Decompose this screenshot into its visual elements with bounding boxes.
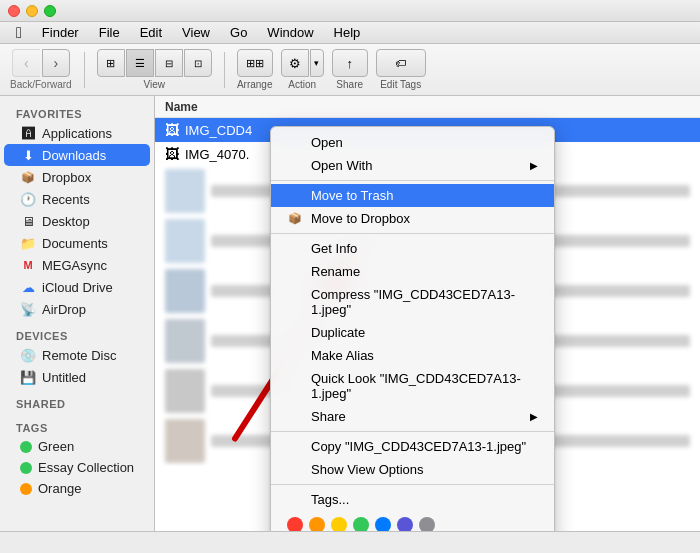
menu-go[interactable]: Go	[222, 23, 255, 42]
ctx-dropbox-icon: 📦	[287, 212, 303, 225]
shared-header: Shared	[0, 394, 154, 412]
menu-window[interactable]: Window	[259, 23, 321, 42]
view-list-btn[interactable]: ☰	[126, 49, 154, 77]
sidebar-item-applications[interactable]: 🅰 Applications	[4, 122, 150, 144]
ctx-color-tags-row	[271, 511, 554, 531]
ctx-sep-4	[271, 484, 554, 485]
sidebar-item-mega[interactable]: M MEGAsync	[4, 254, 150, 276]
ctx-copy-label: Copy "IMG_CDD43CED7A13-1.jpeg"	[311, 439, 526, 454]
sidebar-item-label: Recents	[42, 192, 90, 207]
action-group[interactable]: ⚙ ▾ Action	[281, 49, 324, 90]
sidebar-item-label: Remote Disc	[42, 348, 116, 363]
minimize-button[interactable]	[26, 5, 38, 17]
arrange-group[interactable]: ⊞⊞ Arrange	[237, 49, 273, 90]
action-btn[interactable]: ⚙	[281, 49, 309, 77]
ctx-open-with[interactable]: Open With ▶	[271, 154, 554, 177]
sidebar-item-tag-orange[interactable]: Orange	[4, 478, 150, 499]
sidebar-item-label: Essay Collection	[38, 460, 134, 475]
maximize-button[interactable]	[44, 5, 56, 17]
ctx-quicklook-label: Quick Look "IMG_CDD43CED7A13-1.jpeg"	[311, 371, 538, 401]
ctx-duplicate-label: Duplicate	[311, 325, 365, 340]
thumbnail-4	[165, 319, 205, 363]
sidebar-item-dropbox[interactable]: 📦 Dropbox	[4, 166, 150, 188]
sidebar-item-label: Documents	[42, 236, 108, 251]
ctx-tag-purple[interactable]	[397, 517, 413, 531]
applications-icon: 🅰	[20, 125, 36, 141]
ctx-openwith-arrow: ▶	[530, 160, 538, 171]
sidebar-item-recents[interactable]: 🕐 Recents	[4, 188, 150, 210]
traffic-lights	[8, 5, 56, 17]
favorites-header: Favorites	[0, 104, 154, 122]
ctx-quick-look[interactable]: Quick Look "IMG_CDD43CED7A13-1.jpeg"	[271, 367, 554, 405]
sidebar-item-tag-essay[interactable]: Essay Collection	[4, 457, 150, 478]
ctx-tag-red[interactable]	[287, 517, 303, 531]
sidebar-item-documents[interactable]: 📁 Documents	[4, 232, 150, 254]
sidebar-item-downloads[interactable]: ⬇ Downloads	[4, 144, 150, 166]
ctx-compress-label: Compress "IMG_CDD43CED7A13-1.jpeg"	[311, 287, 538, 317]
sidebar-item-label: Untitled	[42, 370, 86, 385]
sidebar-item-desktop[interactable]: 🖥 Desktop	[4, 210, 150, 232]
edittags-group[interactable]: 🏷 Edit Tags	[376, 49, 426, 90]
edittags-btn[interactable]: 🏷	[376, 49, 426, 77]
sidebar-item-icloud[interactable]: ☁ iCloud Drive	[4, 276, 150, 298]
ctx-tags-label: Tags...	[311, 492, 349, 507]
mega-icon: M	[20, 257, 36, 273]
ctx-show-view-options[interactable]: Show View Options	[271, 458, 554, 481]
menu-help[interactable]: Help	[326, 23, 369, 42]
action-dropdown[interactable]: ▾	[310, 49, 324, 77]
sidebar-item-label: MEGAsync	[42, 258, 107, 273]
ctx-make-alias[interactable]: Make Alias	[271, 344, 554, 367]
back-button[interactable]: ‹	[12, 49, 40, 77]
menu-file[interactable]: File	[91, 23, 128, 42]
context-menu: Open Open With ▶ Move to Trash 📦 Move to…	[270, 126, 555, 531]
forward-button[interactable]: ›	[42, 49, 70, 77]
sidebar-item-tag-green[interactable]: Green	[4, 436, 150, 457]
titlebar	[0, 0, 700, 22]
content-header: Name	[155, 96, 700, 118]
sidebar-item-label: iCloud Drive	[42, 280, 113, 295]
ctx-move-to-trash[interactable]: Move to Trash	[271, 184, 554, 207]
ctx-copy[interactable]: Copy "IMG_CDD43CED7A13-1.jpeg"	[271, 435, 554, 458]
untitled-icon: 💾	[20, 369, 36, 385]
thumbnail-5	[165, 369, 205, 413]
close-button[interactable]	[8, 5, 20, 17]
tag-orange-icon	[20, 483, 32, 495]
ctx-get-info[interactable]: Get Info	[271, 237, 554, 260]
apple-menu[interactable]: 	[8, 22, 30, 44]
sidebar-item-airdrop[interactable]: 📡 AirDrop	[4, 298, 150, 320]
menu-edit[interactable]: Edit	[132, 23, 170, 42]
thumbnail-2	[165, 219, 205, 263]
sidebar-item-label: Desktop	[42, 214, 90, 229]
ctx-compress[interactable]: Compress "IMG_CDD43CED7A13-1.jpeg"	[271, 283, 554, 321]
arrange-btn[interactable]: ⊞⊞	[237, 49, 273, 77]
ctx-tag-gray[interactable]	[419, 517, 435, 531]
file-icon-2: 🖼	[165, 146, 179, 162]
ctx-share[interactable]: Share ▶	[271, 405, 554, 428]
view-columns-btn[interactable]: ⊟	[155, 49, 183, 77]
ctx-sep-3	[271, 431, 554, 432]
ctx-share-arrow: ▶	[530, 411, 538, 422]
view-coverflow-btn[interactable]: ⊡	[184, 49, 212, 77]
tags-header: Tags	[0, 418, 154, 436]
menu-view[interactable]: View	[174, 23, 218, 42]
share-group[interactable]: ↑ Share	[332, 49, 368, 90]
ctx-duplicate[interactable]: Duplicate	[271, 321, 554, 344]
view-label: View	[143, 79, 165, 90]
ctx-rename[interactable]: Rename	[271, 260, 554, 283]
view-icon-btn[interactable]: ⊞	[97, 49, 125, 77]
ctx-tag-blue[interactable]	[375, 517, 391, 531]
share-btn[interactable]: ↑	[332, 49, 368, 77]
tag-green-icon	[20, 441, 32, 453]
documents-icon: 📁	[20, 235, 36, 251]
menu-finder[interactable]: Finder	[34, 23, 87, 42]
ctx-tag-green[interactable]	[353, 517, 369, 531]
ctx-tag-yellow[interactable]	[331, 517, 347, 531]
sidebar-item-untitled[interactable]: 💾 Untitled	[4, 366, 150, 388]
sidebar-item-label: Dropbox	[42, 170, 91, 185]
ctx-open[interactable]: Open	[271, 131, 554, 154]
ctx-tags[interactable]: Tags...	[271, 488, 554, 511]
sidebar-item-remotedisc[interactable]: 💿 Remote Disc	[4, 344, 150, 366]
ctx-tag-orange[interactable]	[309, 517, 325, 531]
content-area: Name 🖼 IMG_CDD4 🖼 IMG_4070.	[155, 96, 700, 531]
ctx-move-to-dropbox[interactable]: 📦 Move to Dropbox	[271, 207, 554, 230]
